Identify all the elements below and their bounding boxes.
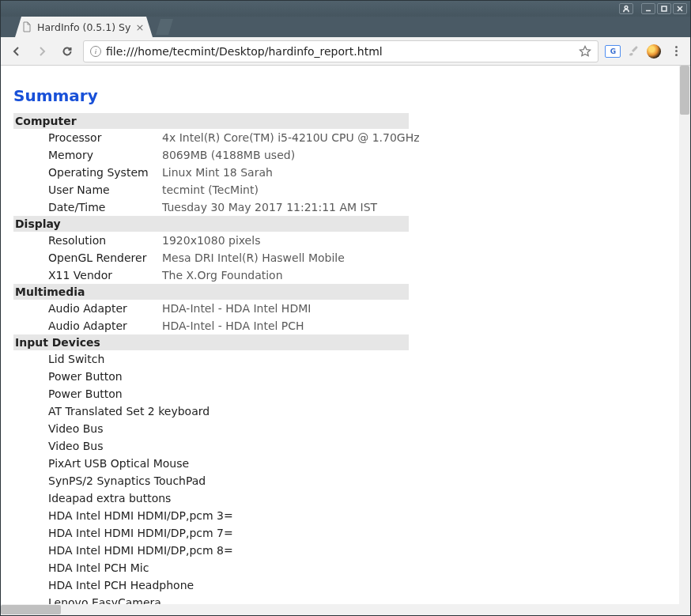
info-label: Audio Adapter <box>13 319 162 332</box>
site-info-icon[interactable]: i <box>90 46 101 57</box>
device-item: Lid Switch <box>13 350 666 368</box>
group-header: Multimedia <box>13 284 409 300</box>
info-value: 8069MB (4188MB used) <box>162 149 295 161</box>
device-item: HDA Intel PCH Headphone <box>13 576 666 594</box>
device-item: Power Button <box>13 385 666 402</box>
window-titlebar <box>1 1 690 17</box>
page-viewport: Summary ComputerProcessor4x Intel(R) Cor… <box>1 66 690 615</box>
user-menu-button[interactable] <box>619 3 633 14</box>
svg-point-0 <box>625 6 628 9</box>
info-label: Audio Adapter <box>13 302 162 315</box>
group-header: Computer <box>13 113 409 129</box>
minimize-button[interactable] <box>641 3 655 14</box>
device-item: Lenovo EasyCamera <box>13 594 666 604</box>
info-value: Linux Mint 18 Sarah <box>162 166 273 179</box>
info-label: OpenGL Renderer <box>13 251 162 264</box>
info-row: X11 VendorThe X.Org Foundation <box>13 266 666 284</box>
url-text: file:///home/tecmint/Desktop/hardinfo_re… <box>106 45 574 58</box>
device-item: HDA Intel HDMI HDMI/DP,pcm 3= <box>13 507 666 524</box>
info-label: Memory <box>13 149 162 161</box>
horizontal-scrollbar[interactable] <box>1 604 679 615</box>
info-row: Operating SystemLinux Mint 18 Sarah <box>13 164 666 181</box>
device-item: HDA Intel HDMI HDMI/DP,pcm 8= <box>13 542 666 559</box>
horizontal-scroll-thumb[interactable] <box>1 605 61 614</box>
tab-title: HardInfo (0.5.1) Sy <box>37 21 130 33</box>
device-item: SynPS/2 Synaptics TouchPad <box>13 472 666 489</box>
browser-menu-button[interactable] <box>668 43 684 59</box>
info-value: The X.Org Foundation <box>162 269 283 282</box>
translate-extension-icon[interactable]: G <box>605 43 621 59</box>
info-value: HDA-Intel - HDA Intel HDMI <box>162 302 311 315</box>
info-label: User Name <box>13 183 162 196</box>
info-row: Audio AdapterHDA-Intel - HDA Intel HDMI <box>13 300 666 317</box>
new-tab-button[interactable] <box>156 19 173 35</box>
back-button[interactable] <box>7 42 26 61</box>
info-label: Operating System <box>13 166 162 179</box>
browser-tab[interactable]: HardInfo (0.5.1) Sy × <box>15 17 153 37</box>
info-row: Audio AdapterHDA-Intel - HDA Intel PCH <box>13 317 666 334</box>
profile-avatar[interactable] <box>646 43 662 59</box>
info-value: 1920x1080 pixels <box>162 234 260 247</box>
info-row: User Nametecmint (TecMint) <box>13 181 666 198</box>
info-row: Resolution1920x1080 pixels <box>13 232 666 249</box>
maximize-button[interactable] <box>657 3 671 14</box>
group-header: Display <box>13 216 409 232</box>
info-label: X11 Vendor <box>13 269 162 282</box>
info-value: Mesa DRI Intel(R) Haswell Mobile <box>162 251 345 264</box>
info-value: tecmint (TecMint) <box>162 183 259 196</box>
brush-extension-icon[interactable] <box>627 45 640 58</box>
info-label: Processor <box>13 131 162 144</box>
section-title: Summary <box>13 86 666 105</box>
device-item: HDA Intel HDMI HDMI/DP,pcm 7= <box>13 524 666 542</box>
scroll-corner <box>679 604 690 615</box>
device-item: Power Button <box>13 368 666 385</box>
browser-toolbar: i file:///home/tecmint/Desktop/hardinfo_… <box>1 37 690 66</box>
file-icon <box>21 21 32 32</box>
device-item: Video Bus <box>13 437 666 455</box>
info-value: Tuesday 30 May 2017 11:21:11 AM IST <box>162 201 377 214</box>
device-item: HDA Intel PCH Mic <box>13 559 666 576</box>
info-label: Date/Time <box>13 201 162 214</box>
group-header: Input Devices <box>13 334 409 350</box>
address-bar[interactable]: i file:///home/tecmint/Desktop/hardinfo_… <box>83 40 598 62</box>
info-label: Resolution <box>13 234 162 247</box>
info-value: 4x Intel(R) Core(TM) i5-4210U CPU @ 1.70… <box>162 131 420 144</box>
tab-strip: HardInfo (0.5.1) Sy × <box>1 17 690 37</box>
device-item: AT Translated Set 2 keyboard <box>13 402 666 420</box>
page-content: Summary ComputerProcessor4x Intel(R) Cor… <box>1 66 679 604</box>
device-item: PixArt USB Optical Mouse <box>13 455 666 472</box>
info-value: HDA-Intel - HDA Intel PCH <box>162 319 304 332</box>
close-window-button[interactable] <box>673 3 687 14</box>
info-row: OpenGL RendererMesa DRI Intel(R) Haswell… <box>13 249 666 266</box>
vertical-scrollbar[interactable] <box>679 66 690 604</box>
reload-button[interactable] <box>58 42 77 61</box>
info-row: Processor4x Intel(R) Core(TM) i5-4210U C… <box>13 129 666 146</box>
info-row: Date/TimeTuesday 30 May 2017 11:21:11 AM… <box>13 198 666 216</box>
forward-button[interactable] <box>32 42 51 61</box>
device-item: Ideapad extra buttons <box>13 489 666 507</box>
svg-rect-2 <box>662 6 666 11</box>
vertical-scroll-thumb[interactable] <box>680 66 689 115</box>
tab-close-button[interactable]: × <box>135 22 145 32</box>
device-item: Video Bus <box>13 420 666 437</box>
bookmark-star-icon[interactable] <box>579 45 591 58</box>
info-row: Memory8069MB (4188MB used) <box>13 146 666 164</box>
